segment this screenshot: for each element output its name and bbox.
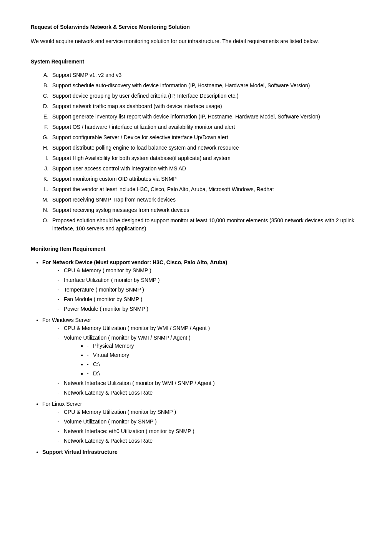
windows-server-label: For Windows Server	[42, 317, 91, 323]
windows-server-subitems: CPU & Memory Utilization ( monitor by WM…	[58, 324, 361, 397]
list-item: Support schedule auto-discovery with dev…	[50, 82, 361, 90]
list-item: Support receiving syslog messages from n…	[50, 206, 361, 214]
monitoring-requirement-heading: Monitoring Item Requirement	[31, 245, 361, 253]
list-item: Support the vendor at least include H3C,…	[50, 185, 361, 193]
list-item: CPU & Memory Utilization ( monitor by SN…	[58, 408, 361, 416]
list-item: Support Virtual Infrastructure	[42, 448, 361, 456]
monitoring-requirement-list: For Network Device (Must support vendor:…	[42, 258, 361, 456]
list-item: For Windows Server CPU & Memory Utilizat…	[42, 316, 361, 397]
system-requirement-list: Support SNMP v1, v2 and v3 Support sched…	[50, 71, 361, 233]
list-item: Support network traffic map as dashboard…	[50, 102, 361, 110]
list-item: Support generate inventory list report w…	[50, 113, 361, 121]
list-item: Interface Utilization ( monitor by SNMP …	[58, 276, 361, 284]
list-item: D:\	[87, 370, 361, 378]
intro-paragraph: We would acquire network and service mon…	[31, 37, 361, 45]
list-item: Temperature ( monitor by SNMP )	[58, 286, 361, 294]
list-item: Support High Availability for both syste…	[50, 154, 361, 162]
linux-server-label: For Linux Server	[42, 401, 82, 407]
list-item: Support receiving SNMP Trap from network…	[50, 196, 361, 204]
list-item: Support distribute polling engine to loa…	[50, 144, 361, 152]
list-item: CPU & Memory ( monitor by SNMP )	[58, 267, 361, 275]
list-item: Volume Utilization ( monitor by WMI / SN…	[58, 334, 361, 378]
linux-server-subitems: CPU & Memory Utilization ( monitor by SN…	[58, 408, 361, 445]
list-item: CPU & Memory Utilization ( monitor by WM…	[58, 324, 361, 332]
list-item: Support device grouping by user defined …	[50, 92, 361, 100]
document-title: Request of Solarwinds Network & Service …	[31, 23, 361, 31]
network-device-label: For Network Device (Must support vendor:…	[42, 259, 227, 265]
list-item: Support monitoring custom OID attributes…	[50, 175, 361, 183]
list-item: C:\	[87, 360, 361, 368]
list-item: For Network Device (Must support vendor:…	[42, 258, 361, 313]
list-item: For Linux Server CPU & Memory Utilizatio…	[42, 400, 361, 445]
list-item: Network Interface Utilization ( monitor …	[58, 379, 361, 387]
list-item: Virtual Memory	[87, 351, 361, 359]
volume-util-subitems: Physical Memory Virtual Memory C:\ D:\	[87, 342, 361, 378]
list-item: Support configurable Server / Device for…	[50, 133, 361, 142]
list-item: Physical Memory	[87, 342, 361, 350]
list-item: Power Module ( monitor by SNMP )	[58, 305, 361, 313]
list-item: Fan Module ( monitor by SNMP )	[58, 295, 361, 303]
list-item: Volume Utilization ( monitor by SNMP )	[58, 418, 361, 426]
list-item: Support user access control with integra…	[50, 165, 361, 173]
virtual-infra-label: Support Virtual Infrastructure	[42, 449, 118, 455]
list-item: Network Latency & Packet Loss Rate	[58, 389, 361, 397]
network-device-subitems: CPU & Memory ( monitor by SNMP ) Interfa…	[58, 267, 361, 313]
list-item: Support SNMP v1, v2 and v3	[50, 71, 361, 79]
list-item: Support OS / hardware / interface utiliz…	[50, 123, 361, 131]
list-item: Network Interface: eth0 Utilization ( mo…	[58, 427, 361, 435]
volume-util-label: Volume Utilization ( monitor by WMI / SN…	[64, 335, 191, 341]
list-item: Proposed solution should be designed to …	[50, 217, 361, 233]
list-item: Network Latency & Packet Loss Rate	[58, 437, 361, 445]
system-requirement-heading: System Requirement	[31, 58, 361, 66]
